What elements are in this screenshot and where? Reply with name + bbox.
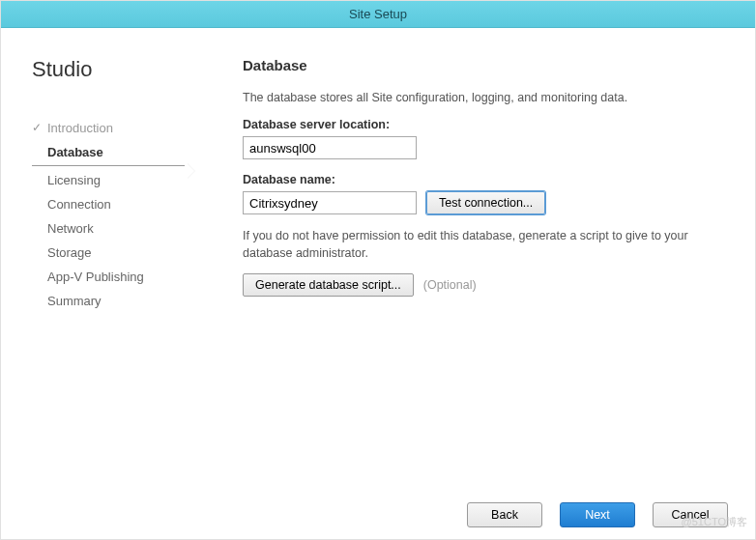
server-location-label: Database server location: <box>243 118 726 131</box>
step-appv[interactable]: App-V Publishing <box>32 265 185 289</box>
generate-script-button[interactable]: Generate database script... <box>243 273 414 297</box>
page-description: The database stores all Site configurati… <box>243 91 726 104</box>
step-indicator-arrow <box>187 163 194 179</box>
window-title: Site Setup <box>349 7 407 21</box>
db-name-label: Database name: <box>243 173 726 186</box>
step-summary[interactable]: Summary <box>32 289 185 313</box>
sidebar: Studio Introduction Database Licensing C… <box>1 57 194 491</box>
brand-title: Studio <box>32 57 185 82</box>
test-connection-button[interactable]: Test connection... <box>426 191 545 214</box>
main-panel: Database The database stores all Site co… <box>194 57 755 491</box>
step-licensing[interactable]: Licensing <box>32 168 185 192</box>
optional-label: (Optional) <box>423 278 477 292</box>
page-heading: Database <box>243 57 726 73</box>
step-connection[interactable]: Connection <box>32 192 185 216</box>
step-network[interactable]: Network <box>32 216 185 241</box>
next-button[interactable]: Next <box>560 502 635 527</box>
step-storage[interactable]: Storage <box>32 241 185 265</box>
cancel-button[interactable]: Cancel <box>653 502 728 527</box>
server-location-input[interactable] <box>243 136 417 159</box>
titlebar: Site Setup <box>1 1 755 28</box>
step-database[interactable]: Database <box>32 140 185 166</box>
content-area: Studio Introduction Database Licensing C… <box>1 28 755 491</box>
back-button[interactable]: Back <box>467 502 542 527</box>
step-introduction[interactable]: Introduction <box>32 116 185 140</box>
permission-note: If you do not have permission to edit th… <box>243 228 726 262</box>
wizard-steps: Introduction Database Licensing Connecti… <box>32 116 185 313</box>
db-name-input[interactable] <box>243 191 417 214</box>
wizard-footer: Back Next Cancel <box>1 491 755 539</box>
